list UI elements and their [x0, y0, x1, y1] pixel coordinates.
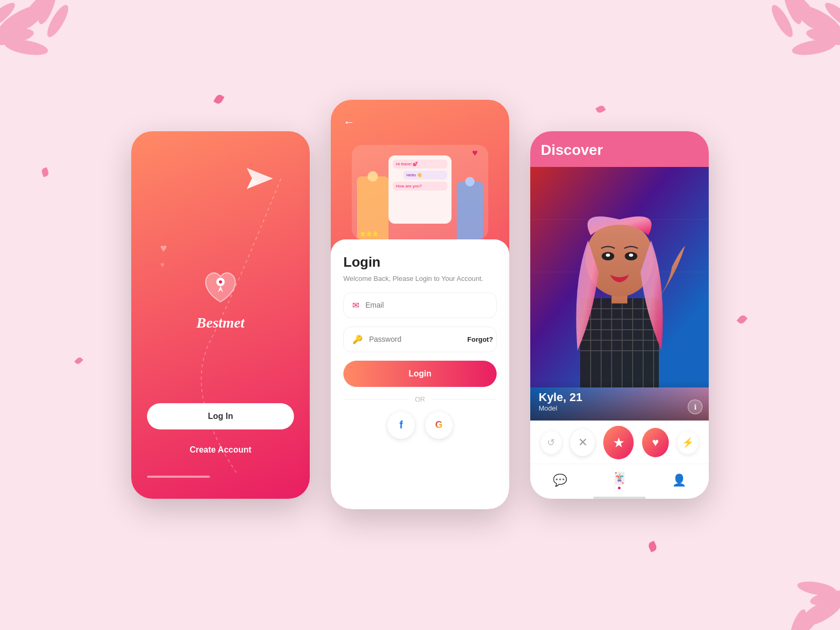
phone-login: ← Hi there! 💕 Hello 👋 How are you? [331, 100, 509, 509]
phone-discover: Discover [530, 131, 709, 499]
discover-header: Discover [530, 131, 709, 167]
create-account-button[interactable]: Create Account [147, 438, 294, 462]
discover-card: Kyle, 21 Model ℹ [530, 167, 709, 421]
card-name: Kyle, 21 [539, 391, 700, 404]
ill-person-right [457, 182, 483, 239]
ill-phone: Hi there! 💕 Hello 👋 How are you? [388, 155, 452, 224]
svg-point-22 [219, 280, 222, 284]
profile-illustration [530, 167, 709, 387]
logo-icon [200, 266, 242, 308]
dislike-button[interactable]: ✕ [570, 429, 595, 456]
bottom-bar [147, 476, 210, 478]
boost-button[interactable]: ⚡ [677, 431, 698, 454]
login-button[interactable]: Log In [147, 403, 294, 429]
login-illustration: Hi there! 💕 Hello 👋 How are you? ♥ ⭐⭐⭐ [331, 134, 509, 239]
leaf-decoration-top-right [735, 0, 840, 94]
leaf-decoration-bottom-right [746, 546, 840, 630]
logo-container: Bestmet [196, 266, 245, 331]
email-input-group: ✉ [343, 292, 497, 318]
card-profession: Model [539, 404, 700, 412]
bottom-nav: 💬 🃏 👤 [530, 464, 709, 495]
forgot-link[interactable]: Forgot? [467, 335, 493, 343]
profile-nav-icon: 👤 [672, 474, 686, 487]
social-buttons: f G [343, 412, 497, 439]
screens-container: ♥ ♥ Bestmet [0, 0, 840, 630]
password-input-group: 🔑 Forgot? [343, 327, 497, 352]
ill-person-left [357, 176, 388, 239]
splash-logo-area: Bestmet [196, 163, 245, 403]
chat-nav-icon: 💬 [553, 474, 567, 487]
nav-active-dot [618, 487, 621, 489]
action-bar: ↺ ✕ ★ ♥ ⚡ [530, 421, 709, 464]
illustration-box: Hi there! 💕 Hello 👋 How are you? ♥ ⭐⭐⭐ [352, 145, 488, 239]
phone-bottom-indicator [593, 497, 646, 499]
email-input[interactable] [365, 301, 488, 309]
card-info: Kyle, 21 Model [530, 380, 709, 421]
facebook-login-button[interactable]: f [387, 412, 415, 439]
login-body: Login Welcome Back, Please Login to Your… [331, 239, 509, 509]
splash-buttons: Log In Create Account [147, 403, 294, 478]
password-input[interactable] [369, 335, 461, 343]
password-icon: 🔑 [352, 334, 363, 344]
login-submit-button[interactable]: Login [343, 361, 497, 387]
profile-info-button[interactable]: ℹ [688, 400, 702, 414]
nav-item-cards[interactable]: 🃏 [602, 469, 637, 491]
login-title: Login [343, 254, 497, 270]
svg-point-44 [629, 254, 633, 257]
nav-item-chat[interactable]: 💬 [542, 471, 578, 489]
refresh-button[interactable]: ↺ [541, 431, 562, 454]
leaf-decoration-top-left [0, 0, 105, 94]
google-login-button[interactable]: G [425, 412, 453, 439]
login-header: ← [331, 100, 509, 134]
svg-point-43 [606, 254, 610, 257]
svg-rect-26 [580, 298, 659, 387]
paper-plane-icon [247, 168, 273, 189]
email-icon: ✉ [352, 300, 359, 310]
ill-heart: ♥ [472, 148, 478, 159]
phone-splash: ♥ ♥ Bestmet [131, 131, 310, 499]
back-button[interactable]: ← [343, 116, 355, 129]
hearts-decoration: ♥ ♥ [160, 242, 167, 269]
app-name: Bestmet [196, 314, 245, 331]
or-divider: OR [343, 395, 497, 403]
login-subtitle: Welcome Back, Please Login to Your Accou… [343, 274, 497, 284]
nav-item-profile[interactable]: 👤 [662, 471, 697, 489]
superlike-button[interactable]: ★ [603, 426, 634, 459]
like-button[interactable]: ♥ [642, 428, 669, 457]
cards-nav-icon: 🃏 [612, 471, 626, 485]
discover-title: Discover [541, 142, 698, 159]
